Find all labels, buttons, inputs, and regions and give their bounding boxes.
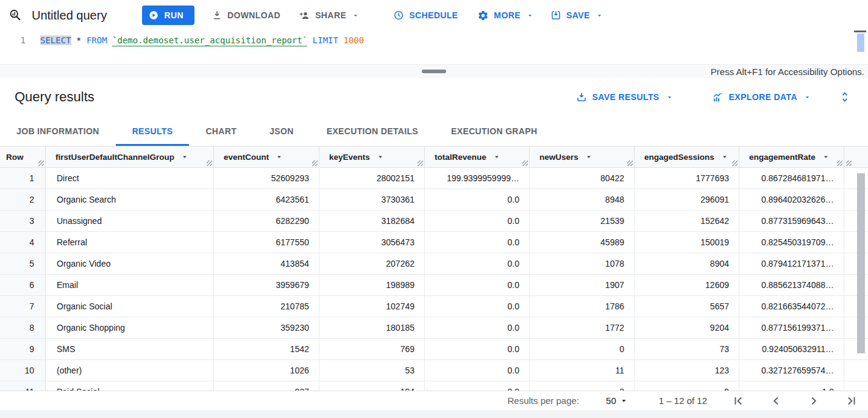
- cell-engagedSessions: 152642: [635, 211, 739, 231]
- column-label: engagementRate: [749, 153, 816, 162]
- sql-editor[interactable]: 1 SELECT * FROM `demo.demoset.user_acqui…: [0, 31, 868, 64]
- cell-eventCount: 1026: [214, 360, 319, 381]
- unfold-icon: [839, 91, 851, 103]
- expand-results-button[interactable]: [839, 91, 851, 103]
- cell-engagedSessions: 296091: [635, 189, 739, 210]
- cell-keyEvents: 28002151: [319, 168, 425, 189]
- column-resize-grip[interactable]: [38, 160, 44, 166]
- accessibility-hint: Press Alt+F1 for Accessibility Options.: [711, 67, 868, 77]
- next-page-button[interactable]: [807, 394, 820, 408]
- tab-execution-details[interactable]: EXECUTION DETAILS: [310, 116, 435, 146]
- sql-keyword-select: SELECT: [40, 35, 71, 45]
- share-button[interactable]: SHARE: [299, 10, 359, 21]
- column-menu-caret-icon[interactable]: [586, 154, 592, 160]
- explore-data-button[interactable]: EXPLORE DATA: [712, 92, 811, 103]
- download-button[interactable]: DOWNLOAD: [212, 10, 280, 21]
- cell-channel: Paid Social: [46, 381, 214, 391]
- cell-eventCount: 6282290: [214, 211, 319, 231]
- pane-splitter-strip: Press Alt+F1 for Accessibility Options.: [0, 64, 868, 78]
- results-pagination-bar: Results per page: 50 1 – 12 of 12: [0, 391, 868, 410]
- more-button[interactable]: MORE: [477, 10, 533, 21]
- save-results-button[interactable]: SAVE RESULTS: [576, 92, 673, 103]
- column-header-newUsers[interactable]: newUsers: [530, 146, 635, 167]
- column-header-keyEvents[interactable]: keyEvents: [319, 146, 425, 167]
- cell-keyEvents: 3730361: [319, 189, 425, 210]
- row-filler: [844, 360, 868, 381]
- results-actions: SAVE RESULTS EXPLORE DATA: [576, 91, 851, 103]
- first-page-button[interactable]: [731, 394, 745, 408]
- row-number-cell: 6: [0, 275, 46, 295]
- column-resize-grip[interactable]: [522, 160, 528, 166]
- column-menu-caret-icon[interactable]: [722, 154, 728, 160]
- cell-newUsers: 45989: [530, 232, 635, 253]
- cell-totalRevenue: 0.0: [425, 189, 530, 210]
- cell-totalRevenue: 0.0: [425, 253, 530, 274]
- cell-eventCount: 413854: [214, 253, 319, 274]
- query-icon: [9, 9, 22, 22]
- column-header-firstUserDefaultChannelGroup[interactable]: firstUserDefaultChannelGroup: [46, 146, 214, 167]
- last-page-button[interactable]: [845, 394, 858, 408]
- column-menu-caret-icon[interactable]: [494, 154, 500, 160]
- column-menu-caret-icon[interactable]: [182, 154, 188, 160]
- download-icon: [212, 10, 222, 21]
- query-results-header: Query results SAVE RESULTS EXPLORE DATA: [0, 78, 868, 116]
- cell-engagedSessions: 12609: [635, 275, 739, 295]
- column-resize-grip[interactable]: [846, 160, 852, 166]
- save-button[interactable]: SAVE: [550, 10, 603, 21]
- tab-chart[interactable]: CHART: [189, 116, 253, 146]
- column-menu-caret-icon[interactable]: [823, 154, 829, 160]
- splitter-drag-handle[interactable]: [422, 70, 446, 73]
- editor-scrollbar-thumb[interactable]: [857, 34, 864, 52]
- column-menu-caret-icon[interactable]: [276, 154, 282, 160]
- column-label: keyEvents: [329, 153, 370, 162]
- chevron-down-icon: [666, 94, 673, 101]
- column-resize-grip[interactable]: [207, 160, 212, 166]
- per-page-select[interactable]: 50: [606, 395, 627, 406]
- run-button[interactable]: RUN: [142, 5, 194, 25]
- more-label: MORE: [494, 10, 521, 20]
- play-icon: [148, 10, 159, 21]
- cell-engagementRate: 0.327127659574…: [739, 360, 844, 381]
- chevron-down-icon: [596, 12, 603, 19]
- cell-engagementRate: 0.924050632911…: [739, 339, 844, 359]
- column-resize-grip[interactable]: [627, 160, 633, 166]
- save-results-label: SAVE RESULTS: [592, 92, 660, 102]
- sql-code-line: SELECT * FROM `demo.demoset.user_acquisi…: [40, 35, 364, 45]
- column-resize-grip[interactable]: [312, 160, 318, 166]
- sql-star: *: [76, 35, 81, 45]
- sql-table-ref-link[interactable]: `demo.demoset.user_acquisition_report`: [112, 35, 307, 46]
- column-header-engagementRate[interactable]: engagementRate: [739, 146, 844, 167]
- column-menu-caret-icon[interactable]: [377, 154, 383, 160]
- table-row: 10(other)1026530.0111230.327127659574…: [0, 360, 868, 381]
- cell-engagementRate: 0.821663544072…: [739, 296, 844, 317]
- per-page-value: 50: [606, 395, 616, 406]
- cell-totalRevenue: 0.0: [425, 211, 530, 231]
- cell-eventCount: 52609293: [214, 168, 319, 189]
- cell-eventCount: 210785: [214, 296, 319, 317]
- cell-newUsers: 11: [530, 360, 635, 381]
- table-row: 3Unassigned628229031826840.0215391526420…: [0, 211, 868, 232]
- page-title: Untitled query: [32, 9, 107, 23]
- column-label: eventCount: [224, 153, 269, 162]
- cell-engagedSessions: 123: [635, 360, 739, 381]
- cell-newUsers: 1078: [530, 253, 635, 274]
- tab-json[interactable]: JSON: [253, 116, 310, 146]
- column-header-engagedSessions[interactable]: engagedSessions: [635, 146, 739, 167]
- column-header-row[interactable]: Row: [0, 146, 46, 167]
- cell-channel: Email: [46, 275, 214, 295]
- column-header-totalRevenue[interactable]: totalRevenue: [425, 146, 530, 167]
- table-scrollbar-thumb[interactable]: [857, 173, 865, 353]
- cell-totalRevenue: 0.0: [425, 275, 530, 295]
- column-resize-grip[interactable]: [732, 160, 738, 166]
- previous-page-button[interactable]: [769, 394, 783, 408]
- tab-execution-graph[interactable]: EXECUTION GRAPH: [435, 116, 553, 146]
- column-resize-grip[interactable]: [418, 160, 423, 166]
- column-resize-grip[interactable]: [837, 160, 842, 166]
- cell-keyEvents: 53: [319, 360, 425, 381]
- tab-results[interactable]: RESULTS: [116, 116, 190, 146]
- results-table: Row firstUserDefaultChannelGroup eventCo…: [0, 146, 868, 391]
- column-header-eventCount[interactable]: eventCount: [214, 146, 319, 167]
- schedule-button[interactable]: SCHEDULE: [393, 10, 458, 21]
- window-bottom-strip: [0, 410, 868, 418]
- tab-job-information[interactable]: JOB INFORMATION: [0, 116, 116, 146]
